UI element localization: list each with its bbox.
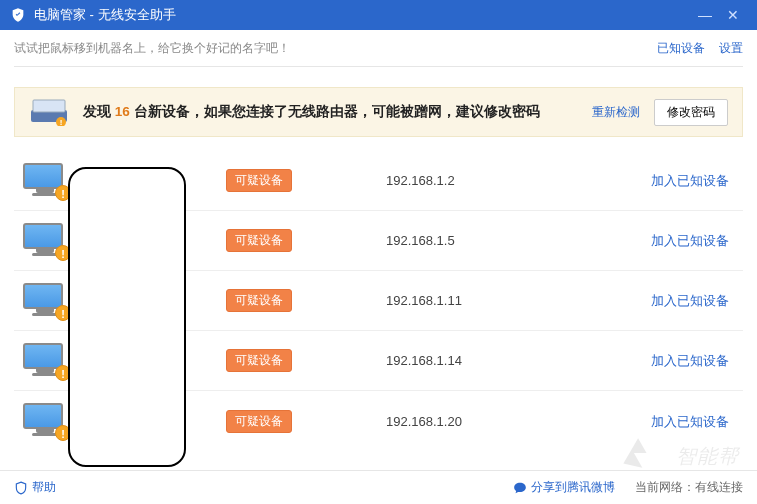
monitor-icon: ! bbox=[23, 343, 67, 379]
alert-banner: ! 发现 16 台新设备，如果您连接了无线路由器，可能被蹭网，建议修改密码 重新… bbox=[14, 87, 743, 137]
close-button[interactable]: ✕ bbox=[719, 7, 747, 23]
add-known-link[interactable]: 加入已知设备 bbox=[651, 173, 729, 188]
monitor-icon: ! bbox=[23, 163, 67, 199]
suspicious-badge: 可疑设备 bbox=[226, 349, 292, 372]
add-known-link[interactable]: 加入已知设备 bbox=[651, 233, 729, 248]
monitor-icon: ! bbox=[23, 223, 67, 259]
device-list: ! 可疑设备 192.168.1.2 加入已知设备 ! 可疑设备 192.168… bbox=[0, 151, 757, 451]
device-ip: 192.168.1.2 bbox=[386, 173, 586, 188]
name-mask-overlay bbox=[68, 167, 186, 467]
device-count: 16 bbox=[115, 104, 130, 119]
device-ip: 192.168.1.14 bbox=[386, 353, 586, 368]
minimize-button[interactable]: — bbox=[691, 7, 719, 23]
footer: 帮助 分享到腾讯微博 当前网络：有线连接 bbox=[0, 470, 757, 504]
svg-rect-1 bbox=[33, 100, 65, 112]
window-title: 电脑管家 - 无线安全助手 bbox=[34, 6, 691, 24]
scanner-icon: ! bbox=[29, 98, 69, 126]
device-row: ! 可疑设备 192.168.1.2 加入已知设备 bbox=[14, 151, 743, 211]
banner-message: 发现 16 台新设备，如果您连接了无线路由器，可能被蹭网，建议修改密码 bbox=[83, 103, 578, 121]
svg-text:!: ! bbox=[60, 118, 63, 126]
shield-outline-icon bbox=[14, 481, 28, 495]
divider bbox=[14, 66, 743, 67]
monitor-icon: ! bbox=[23, 283, 67, 319]
add-known-link[interactable]: 加入已知设备 bbox=[651, 293, 729, 308]
suspicious-badge: 可疑设备 bbox=[226, 410, 292, 433]
toolbar: 试试把鼠标移到机器名上，给它换个好记的名字吧！ 已知设备 设置 bbox=[0, 30, 757, 66]
change-password-button[interactable]: 修改密码 bbox=[654, 99, 728, 126]
speech-bubble-icon bbox=[513, 481, 527, 495]
suspicious-badge: 可疑设备 bbox=[226, 229, 292, 252]
help-link[interactable]: 帮助 bbox=[14, 479, 56, 496]
share-weibo-link[interactable]: 分享到腾讯微博 bbox=[513, 479, 615, 496]
hint-text: 试试把鼠标移到机器名上，给它换个好记的名字吧！ bbox=[14, 40, 643, 57]
app-shield-icon bbox=[10, 7, 26, 23]
rescan-link[interactable]: 重新检测 bbox=[592, 104, 640, 121]
monitor-icon: ! bbox=[23, 403, 67, 439]
known-devices-link[interactable]: 已知设备 bbox=[657, 40, 705, 57]
suspicious-badge: 可疑设备 bbox=[226, 169, 292, 192]
title-bar: 电脑管家 - 无线安全助手 — ✕ bbox=[0, 0, 757, 30]
device-ip: 192.168.1.20 bbox=[386, 414, 586, 429]
suspicious-badge: 可疑设备 bbox=[226, 289, 292, 312]
add-known-link[interactable]: 加入已知设备 bbox=[651, 353, 729, 368]
network-status: 当前网络：有线连接 bbox=[635, 479, 743, 496]
add-known-link[interactable]: 加入已知设备 bbox=[651, 414, 729, 429]
settings-link[interactable]: 设置 bbox=[719, 40, 743, 57]
device-ip: 192.168.1.5 bbox=[386, 233, 586, 248]
device-ip: 192.168.1.11 bbox=[386, 293, 586, 308]
